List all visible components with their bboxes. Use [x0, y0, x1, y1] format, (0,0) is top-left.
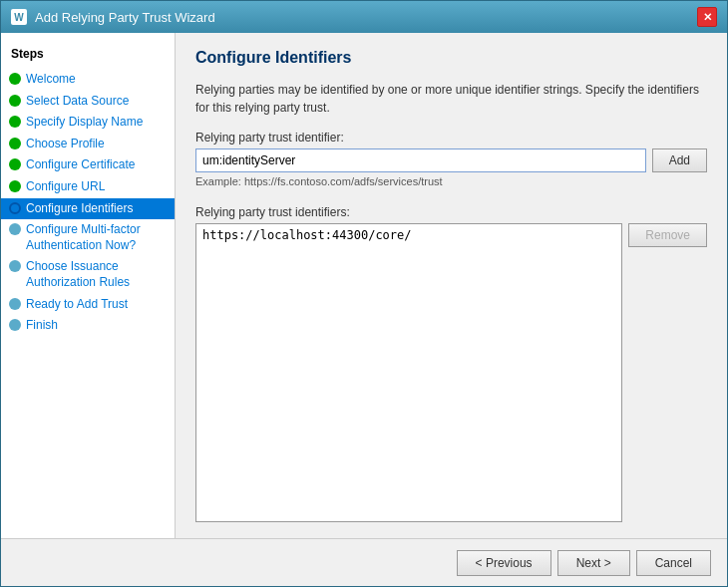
main-panel: Configure Identifiers Relying parties ma… [176, 33, 727, 538]
step-dot-choose-issuance [9, 260, 21, 272]
wizard-icon: W [11, 9, 27, 25]
step-label-welcome: Welcome [26, 72, 76, 88]
sidebar-item-configure-certificate[interactable]: Configure Certificate [1, 154, 175, 176]
sidebar: Steps Welcome Select Data Source Specify… [1, 33, 176, 538]
footer: < Previous Next > Cancel [1, 538, 727, 586]
sidebar-item-configure-url[interactable]: Configure URL [1, 176, 175, 198]
next-button[interactable]: Next > [557, 550, 630, 576]
step-label-configure-url: Configure URL [26, 179, 105, 195]
steps-header: Steps [1, 43, 175, 69]
step-dot-configure-identifiers [9, 202, 21, 214]
sidebar-item-finish[interactable]: Finish [1, 315, 175, 337]
step-label-select-data-source: Select Data Source [26, 94, 129, 110]
step-label-configure-multifactor: Configure Multi-factor Authentication No… [26, 222, 167, 253]
identifiers-textarea[interactable] [195, 223, 622, 522]
step-dot-configure-url [9, 180, 21, 192]
identifiers-box-row: Remove [195, 223, 707, 522]
step-label-configure-certificate: Configure Certificate [26, 157, 135, 173]
sidebar-item-specify-display-name[interactable]: Specify Display Name [1, 112, 175, 134]
step-label-configure-identifiers: Configure Identifiers [26, 201, 133, 217]
window-title: Add Relying Party Trust Wizard [35, 10, 215, 25]
identifiers-area: Relying party trust identifiers: Remove [195, 205, 707, 522]
title-bar: W Add Relying Party Trust Wizard ✕ [1, 1, 727, 33]
sidebar-item-choose-profile[interactable]: Choose Profile [1, 134, 175, 155]
cancel-button[interactable]: Cancel [636, 550, 711, 576]
step-dot-configure-multifactor [9, 223, 21, 235]
close-button[interactable]: ✕ [697, 7, 717, 27]
description-text: Relying parties may be identified by one… [195, 81, 707, 117]
step-label-specify-display-name: Specify Display Name [26, 115, 143, 131]
example-text: Example: https://fs.contoso.com/adfs/ser… [195, 175, 707, 187]
identifiers-buttons: Remove [628, 223, 707, 522]
sidebar-item-welcome[interactable]: Welcome [1, 69, 175, 91]
sidebar-item-configure-multifactor[interactable]: Configure Multi-factor Authentication No… [1, 219, 175, 256]
step-dot-finish [9, 319, 21, 331]
panel-title: Configure Identifiers [195, 49, 707, 67]
sidebar-item-configure-identifiers[interactable]: Configure Identifiers [1, 198, 175, 220]
step-dot-choose-profile [9, 138, 21, 149]
sidebar-item-ready-to-add[interactable]: Ready to Add Trust [1, 294, 175, 316]
add-button[interactable]: Add [652, 148, 707, 172]
identifier-input[interactable] [195, 148, 646, 172]
sidebar-item-choose-issuance[interactable]: Choose Issuance Authorization Rules [1, 256, 175, 293]
title-bar-left: W Add Relying Party Trust Wizard [11, 9, 215, 25]
identifier-label: Relying party trust identifier: [195, 131, 707, 145]
step-label-ready-to-add: Ready to Add Trust [26, 297, 128, 313]
wizard-window: W Add Relying Party Trust Wizard ✕ Steps… [0, 0, 728, 587]
sidebar-item-select-data-source[interactable]: Select Data Source [1, 91, 175, 113]
step-label-choose-profile: Choose Profile [26, 137, 105, 152]
step-dot-configure-certificate [9, 158, 21, 170]
step-dot-ready-to-add [9, 298, 21, 310]
identifier-input-row: Add [195, 148, 707, 172]
step-label-finish: Finish [26, 318, 58, 334]
content-area: Steps Welcome Select Data Source Specify… [1, 33, 727, 538]
step-dot-select-data-source [9, 95, 21, 107]
step-dot-specify-display-name [9, 116, 21, 128]
identifier-input-section: Relying party trust identifier: Add Exam… [195, 131, 707, 195]
identifiers-label: Relying party trust identifiers: [195, 205, 707, 219]
step-dot-welcome [9, 73, 21, 85]
remove-button[interactable]: Remove [628, 223, 707, 247]
previous-button[interactable]: < Previous [457, 550, 551, 576]
step-label-choose-issuance: Choose Issuance Authorization Rules [26, 259, 167, 290]
